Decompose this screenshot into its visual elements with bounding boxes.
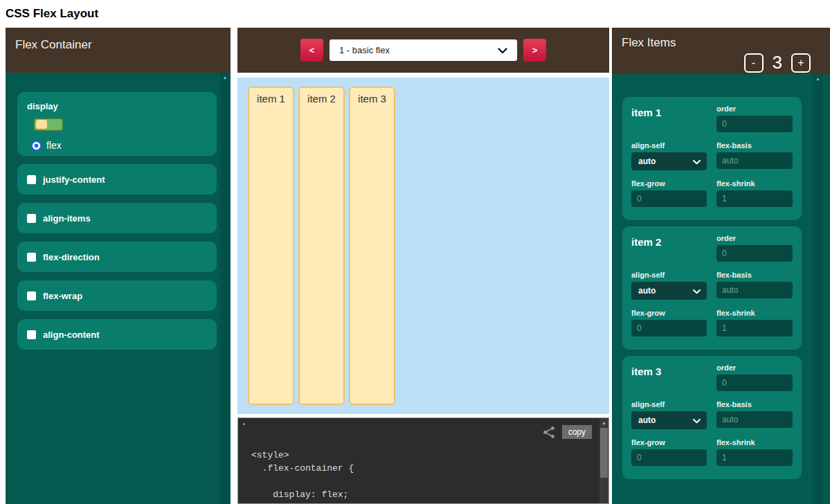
- item-1-order-field: order: [716, 105, 793, 132]
- item-1-align-self-field: align-self auto: [631, 141, 707, 170]
- item-3-order-input[interactable]: [716, 375, 793, 391]
- justify-content-checkbox[interactable]: [27, 175, 36, 184]
- main-layout: Flex Container ▲ display flex justify-co…: [0, 28, 830, 504]
- item-1-flex-grow-input[interactable]: [631, 190, 707, 207]
- item-card-1: item 1 order align-self auto flex-basis: [622, 97, 802, 220]
- item-3-flex-shrink-field: flex-shrink: [716, 438, 793, 466]
- add-item-button[interactable]: +: [791, 53, 811, 73]
- stage-item-2: item 2: [298, 87, 345, 405]
- flex-wrap-label: flex-wrap: [43, 291, 82, 301]
- chevron-down-icon: [693, 414, 701, 426]
- display-toggle[interactable]: [33, 118, 64, 132]
- item-3-align-self-field: align-self auto: [631, 400, 707, 429]
- item-3-flex-grow-field: flex-grow: [631, 438, 707, 466]
- item-2-align-self-select[interactable]: auto: [631, 282, 707, 300]
- flex-items-header: Flex Items - 3 +: [612, 28, 830, 74]
- align-self-label: align-self: [631, 271, 707, 279]
- right-panel-scrollbar[interactable]: ▲: [813, 74, 823, 504]
- example-select-value: 1 - basic flex: [339, 45, 498, 55]
- property-card-align-content: align-content: [17, 319, 217, 350]
- item-card-3: item 3 order align-self auto flex-basis: [622, 356, 802, 479]
- flex-shrink-label: flex-shrink: [716, 438, 793, 447]
- item-2-flex-basis-field: flex-basis: [716, 271, 793, 300]
- item-3-flex-shrink-input[interactable]: [716, 449, 793, 466]
- item-count-controls: - 3 +: [622, 52, 811, 73]
- item-1-flex-basis-field: flex-basis: [716, 141, 793, 170]
- code-scroll-up-arrow-icon[interactable]: ▲: [599, 418, 608, 427]
- justify-content-label: justify-content: [43, 174, 105, 185]
- prev-example-button[interactable]: <: [300, 39, 323, 62]
- code-corner-dot: [243, 423, 245, 425]
- item-3-flex-basis-input[interactable]: [716, 411, 793, 428]
- align-content-label: align-content: [43, 330, 100, 340]
- flex-container-header: Flex Container: [6, 28, 231, 73]
- item-3-flex-basis-field: flex-basis: [716, 400, 793, 429]
- property-card-justify-content: justify-content: [17, 164, 217, 195]
- preview-panel: < 1 - basic flex > item 1 item 2 item 3: [237, 28, 609, 504]
- scroll-up-arrow-icon[interactable]: ▲: [813, 74, 823, 84]
- item-3-align-self-select[interactable]: auto: [631, 411, 707, 429]
- item-2-flex-grow-field: flex-grow: [631, 309, 707, 336]
- flex-shrink-label: flex-shrink: [716, 179, 793, 188]
- example-select[interactable]: 1 - basic flex: [329, 39, 518, 62]
- flex-grow-label: flex-grow: [631, 438, 707, 447]
- flex-direction-checkbox[interactable]: [27, 253, 36, 262]
- flex-container-body: ▲ display flex justify-content align-ite…: [6, 73, 231, 504]
- code-scrollbar[interactable]: ▲: [599, 418, 608, 503]
- flex-direction-label: flex-direction: [43, 252, 100, 262]
- item-2-flex-shrink-field: flex-shrink: [716, 309, 793, 336]
- property-card-align-items: align-items: [17, 203, 217, 233]
- share-icon[interactable]: [543, 426, 556, 439]
- copy-button[interactable]: copy: [562, 425, 592, 439]
- item-2-align-self-field: align-self auto: [631, 271, 707, 300]
- item-3-flex-grow-input[interactable]: [631, 449, 707, 466]
- flex-radio[interactable]: [31, 141, 42, 151]
- flex-container-panel: Flex Container ▲ display flex justify-co…: [6, 28, 231, 504]
- next-example-button[interactable]: >: [523, 39, 546, 62]
- flex-items-panel: Flex Items - 3 + ▲ item 1 order align-se…: [612, 28, 830, 504]
- order-label: order: [716, 105, 793, 113]
- flex-preview-stage: item 1 item 2 item 3: [237, 78, 609, 414]
- item-count: 3: [773, 52, 782, 73]
- scroll-up-arrow-icon[interactable]: ▲: [220, 73, 230, 82]
- code-scrollbar-thumb[interactable]: [600, 428, 608, 478]
- item-2-order-input[interactable]: [716, 245, 793, 262]
- chevron-down-icon: [693, 285, 701, 297]
- align-items-checkbox[interactable]: [27, 214, 36, 223]
- remove-item-button[interactable]: -: [744, 53, 764, 73]
- item-1-flex-shrink-field: flex-shrink: [716, 179, 793, 207]
- flex-grow-label: flex-grow: [631, 179, 707, 188]
- item-1-order-input[interactable]: [716, 116, 793, 132]
- align-items-label: align-items: [43, 213, 91, 224]
- display-label: display: [27, 101, 58, 111]
- flex-shrink-label: flex-shrink: [716, 309, 793, 317]
- item-1-align-self-select[interactable]: auto: [631, 152, 707, 170]
- flex-grow-label: flex-grow: [631, 309, 707, 317]
- align-self-label: align-self: [631, 400, 707, 408]
- toggle-knob-icon: [35, 119, 48, 129]
- code-panel: copy ▲ <style> .flex-container { display…: [237, 417, 609, 504]
- display-card: display flex: [17, 92, 217, 156]
- item-2-title: item 2: [631, 234, 707, 262]
- item-2-flex-shrink-input[interactable]: [716, 320, 793, 336]
- example-nav-bar: < 1 - basic flex >: [237, 28, 609, 73]
- left-panel-scrollbar[interactable]: ▲: [220, 73, 230, 504]
- flex-basis-label: flex-basis: [716, 271, 793, 279]
- chevron-down-icon: [498, 44, 507, 57]
- stage-item-1: item 1: [248, 87, 294, 405]
- item-2-order-field: order: [716, 234, 793, 262]
- align-content-checkbox[interactable]: [27, 330, 36, 339]
- order-label: order: [716, 234, 793, 242]
- item-2-flex-basis-input[interactable]: [716, 282, 793, 298]
- item-1-flex-basis-input[interactable]: [716, 152, 793, 169]
- item-3-order-field: order: [716, 363, 793, 391]
- flex-radio-label: flex: [46, 140, 62, 151]
- display-flex-option: flex: [31, 140, 207, 151]
- order-label: order: [716, 363, 793, 372]
- item-2-flex-grow-input[interactable]: [631, 320, 707, 336]
- property-card-flex-direction: flex-direction: [17, 242, 217, 272]
- item-3-title: item 3: [631, 363, 707, 391]
- chevron-down-icon: [693, 155, 701, 168]
- item-1-flex-shrink-input[interactable]: [716, 190, 793, 207]
- flex-wrap-checkbox[interactable]: [27, 291, 36, 300]
